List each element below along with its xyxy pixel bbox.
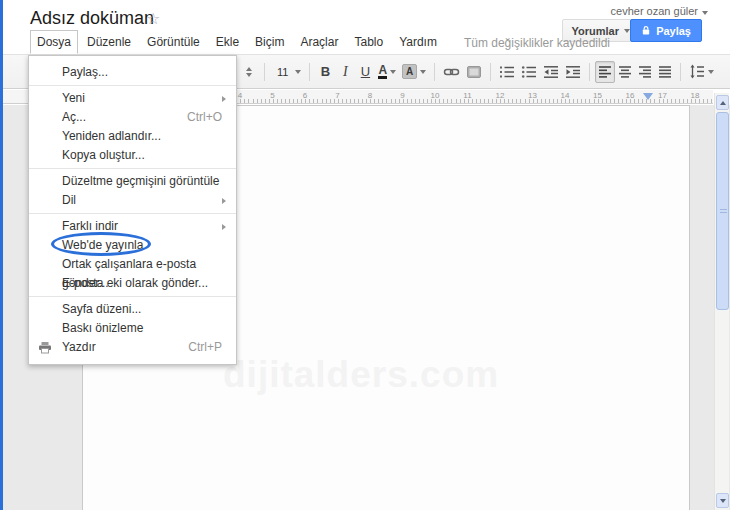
- align-left-icon: [598, 65, 612, 79]
- styles-dropdown-arrows[interactable]: [239, 61, 259, 83]
- menubar-item-duzenle[interactable]: Düzenle: [80, 30, 138, 54]
- account-menu[interactable]: cevher ozan güler: [611, 5, 708, 17]
- chevron-down-icon: [702, 11, 708, 15]
- file-menu-item-label: E-posta eki olarak gönder...: [62, 274, 208, 293]
- file-menu-item-label: Paylaş...: [62, 63, 108, 82]
- scroll-up-button[interactable]: [716, 95, 729, 110]
- indent-icon: [565, 64, 581, 80]
- file-menu-item-label: Kopya oluştur...: [62, 146, 145, 165]
- font-size-dropdown[interactable]: 11: [270, 61, 304, 83]
- file-menu-item-dil[interactable]: Dil: [29, 191, 236, 210]
- menubar-item-goruntule[interactable]: Görüntüle: [140, 30, 207, 54]
- line-spacing-icon: [689, 64, 705, 79]
- scroll-down-button[interactable]: [716, 493, 729, 508]
- toolbar-divider: [589, 63, 590, 81]
- align-right-button[interactable]: [635, 61, 655, 83]
- submenu-arrow-icon: [222, 96, 226, 102]
- file-menu-item-label: Baskı önizleme: [62, 319, 143, 338]
- menubar-item-ekle[interactable]: Ekle: [209, 30, 246, 54]
- insert-image-button[interactable]: [463, 61, 485, 83]
- menubar-item-yardim[interactable]: Yardım: [392, 30, 444, 54]
- file-menu-dropdown: Paylaş...YeniAç...Ctrl+OYeniden adlandır…: [28, 55, 237, 365]
- underline-button[interactable]: U: [355, 61, 375, 83]
- chevron-down-icon: [246, 73, 252, 77]
- insert-link-button[interactable]: [440, 61, 463, 83]
- ruler-number: 13: [528, 91, 537, 100]
- ruler-number: 18: [691, 91, 700, 100]
- ruler-number: 16: [626, 91, 635, 100]
- star-icon[interactable]: ☆: [146, 9, 160, 28]
- align-left-button[interactable]: [595, 61, 615, 83]
- file-menu-item-kopya-olustur[interactable]: Kopya oluştur...: [29, 146, 236, 165]
- link-icon: [443, 64, 460, 80]
- scrollbar-thumb[interactable]: [716, 112, 729, 310]
- submenu-arrow-icon: [222, 198, 226, 204]
- ruler-number: 8: [368, 91, 372, 100]
- bold-button[interactable]: B: [315, 61, 335, 83]
- file-menu-item-paylas[interactable]: Paylaş...: [29, 63, 236, 82]
- ruler-number: 9: [400, 91, 404, 100]
- file-menu-item-label: Yeniden adlandır...: [62, 127, 161, 146]
- right-indent-marker[interactable]: [643, 93, 653, 100]
- highlight-color-button[interactable]: A: [399, 61, 429, 83]
- menubar-item-bicim[interactable]: Biçim: [248, 30, 291, 54]
- menubar-item-dosya[interactable]: Dosya: [30, 30, 78, 54]
- file-menu-item-yeni[interactable]: Yeni: [29, 89, 236, 108]
- font-size-value: 11: [273, 66, 292, 78]
- align-justify-button[interactable]: [655, 61, 675, 83]
- outdent-icon: [543, 64, 559, 80]
- chevron-down-icon: [420, 70, 426, 74]
- text-color-letter: A: [378, 64, 387, 79]
- ruler-number: 6: [303, 91, 307, 100]
- file-menu-item-e-posta-eki-olarak-gonder[interactable]: E-posta eki olarak gönder...: [29, 274, 236, 293]
- file-menu-item-label: Sayfa düzeni...: [62, 300, 141, 319]
- line-spacing-button[interactable]: [686, 61, 717, 83]
- menubar-item-araclar[interactable]: Araçlar: [293, 30, 345, 54]
- text-color-button[interactable]: A: [375, 61, 399, 83]
- toolbar-divider: [434, 63, 435, 81]
- ruler-number: 7: [335, 91, 339, 100]
- ruler-number: 11: [463, 91, 471, 100]
- file-menu-item-web-de-yayinla[interactable]: Web'de yayınla: [29, 236, 236, 255]
- file-menu-item-label: Farklı indir: [62, 217, 118, 236]
- file-menu-item-ortak-calisanlara-e-posta-gonder[interactable]: Ortak çalışanlara e-posta gönder...: [29, 255, 236, 274]
- menu-separator: [29, 296, 236, 297]
- file-menu-item-label: Dil: [62, 191, 76, 210]
- header: Adsız doküman ☆ cevher ozan güler Yoruml…: [3, 0, 730, 55]
- italic-button[interactable]: I: [335, 61, 355, 83]
- toolbar-divider: [490, 63, 491, 81]
- numbered-list-button[interactable]: [496, 61, 518, 83]
- watermark-text: dijitalders.com: [223, 354, 499, 396]
- ruler-number: 17: [658, 91, 667, 100]
- account-name: cevher ozan güler: [611, 5, 698, 17]
- toolbar-divider: [264, 63, 265, 81]
- vertical-scrollbar[interactable]: [714, 93, 729, 510]
- ruler-number: 4: [238, 91, 242, 100]
- numbered-list-icon: [499, 64, 515, 80]
- document-title[interactable]: Adsız doküman: [30, 8, 154, 29]
- file-menu-item-label: Yeni: [62, 89, 85, 108]
- file-menu-item-yeniden-adlandir[interactable]: Yeniden adlandır...: [29, 127, 236, 146]
- bulleted-list-icon: [521, 64, 537, 80]
- file-menu-item-duzeltme-gecmisini-goruntule[interactable]: Düzeltme geçmişini görüntüle: [29, 172, 236, 191]
- ruler-number: 14: [561, 91, 570, 100]
- file-menu-item-farkli-indir[interactable]: Farklı indir: [29, 217, 236, 236]
- chevron-down-icon: [295, 70, 301, 74]
- file-menu-item-label: Düzeltme geçmişini görüntüle: [62, 172, 219, 191]
- align-right-icon: [638, 65, 652, 79]
- align-center-button[interactable]: [615, 61, 635, 83]
- menubar-item-tablo[interactable]: Tablo: [347, 30, 390, 54]
- file-menu-item-label: Web'de yayınla: [62, 236, 143, 255]
- ruler-number: 12: [496, 91, 505, 100]
- increase-indent-button[interactable]: [562, 61, 584, 83]
- menu-separator: [29, 213, 236, 214]
- bulleted-list-button[interactable]: [518, 61, 540, 83]
- file-menu-item-yazdir[interactable]: YazdırCtrl+P: [29, 338, 236, 357]
- file-menu-item-baski-onizleme[interactable]: Baskı önizleme: [29, 319, 236, 338]
- file-menu-item-ac[interactable]: Aç...Ctrl+O: [29, 108, 236, 127]
- ruler-number: 10: [431, 91, 440, 100]
- file-menu-item-sayfa-duzeni[interactable]: Sayfa düzeni...: [29, 300, 236, 319]
- decrease-indent-button[interactable]: [540, 61, 562, 83]
- screenshot-edge-strip: [0, 0, 3, 510]
- toolbar-divider: [309, 63, 310, 81]
